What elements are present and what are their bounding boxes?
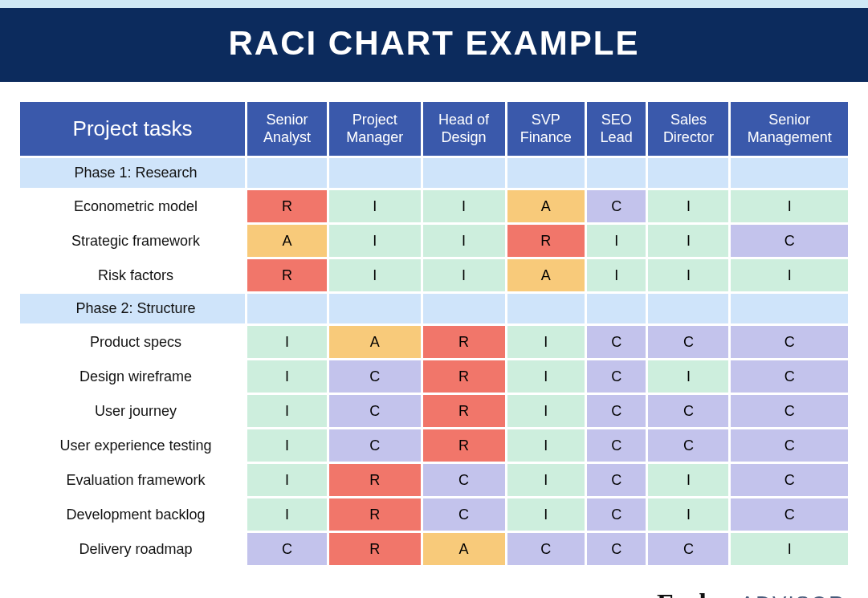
- page-title: RACI CHART EXAMPLE: [0, 8, 868, 82]
- raci-cell: R: [329, 498, 421, 531]
- phase-row: Phase 2: Structure: [20, 294, 848, 323]
- task-row: User experience testingICRICCC: [20, 429, 848, 462]
- raci-cell: [507, 158, 585, 188]
- task-label: Delivery roadmap: [20, 533, 245, 565]
- raci-cell: [247, 158, 327, 188]
- raci-cell: [648, 158, 728, 188]
- col-header-senior-management: Senior Management: [731, 102, 848, 156]
- raci-cell: I: [247, 360, 327, 393]
- task-label: User experience testing: [20, 429, 245, 462]
- raci-cell: R: [423, 326, 505, 358]
- phase-row: Phase 1: Research: [20, 158, 848, 188]
- raci-cell: [329, 294, 421, 323]
- phase-label: Phase 2: Structure: [20, 294, 245, 323]
- raci-cell: I: [247, 429, 327, 462]
- raci-cell: [423, 294, 505, 323]
- raci-cell: [423, 158, 505, 188]
- task-label: Design wireframe: [20, 360, 245, 393]
- raci-cell: I: [648, 190, 728, 222]
- raci-cell: C: [731, 360, 848, 393]
- raci-cell: [247, 294, 327, 323]
- raci-cell: I: [507, 429, 585, 462]
- raci-cell: C: [731, 464, 848, 496]
- task-label: Evaluation framework: [20, 464, 245, 496]
- raci-cell: R: [329, 464, 421, 496]
- header-row: Project tasks Senior Analyst Project Man…: [20, 102, 848, 156]
- raci-cell: C: [587, 533, 646, 565]
- brand-sub: ADVISOR: [740, 592, 846, 598]
- raci-cell: C: [731, 395, 848, 427]
- raci-cell: [587, 294, 646, 323]
- raci-cell: R: [507, 225, 585, 257]
- raci-cell: [731, 158, 848, 188]
- raci-cell: C: [731, 498, 848, 531]
- raci-cell: R: [247, 190, 327, 222]
- raci-cell: I: [731, 190, 848, 222]
- task-row: Delivery roadmapCRACCCI: [20, 533, 848, 565]
- raci-cell: [507, 294, 585, 323]
- raci-cell: A: [507, 190, 585, 222]
- raci-cell: C: [731, 225, 848, 257]
- col-header-senior-analyst: Senior Analyst: [247, 102, 327, 156]
- raci-cell: C: [587, 429, 646, 462]
- raci-cell: I: [587, 259, 646, 291]
- raci-cell: I: [507, 360, 585, 393]
- raci-cell: C: [329, 429, 421, 462]
- raci-cell: C: [731, 326, 848, 358]
- raci-cell: C: [587, 464, 646, 496]
- col-header-sales-director: Sales Director: [648, 102, 728, 156]
- raci-cell: C: [507, 533, 585, 565]
- task-row: Econometric modelRIIACII: [20, 190, 848, 222]
- task-row: Product specsIARICCC: [20, 326, 848, 358]
- raci-cell: C: [587, 190, 646, 222]
- raci-cell: C: [423, 498, 505, 531]
- raci-table: Project tasks Senior Analyst Project Man…: [18, 100, 850, 567]
- raci-cell: I: [648, 225, 728, 257]
- raci-cell: A: [507, 259, 585, 291]
- raci-cell: I: [587, 225, 646, 257]
- raci-cell: C: [731, 429, 848, 462]
- raci-cell: C: [587, 498, 646, 531]
- raci-cell: R: [329, 533, 421, 565]
- col-header-tasks: Project tasks: [20, 102, 245, 156]
- task-label: Risk factors: [20, 259, 245, 291]
- raci-cell: I: [648, 360, 728, 393]
- raci-cell: C: [648, 395, 728, 427]
- raci-cell: I: [648, 464, 728, 496]
- raci-cell: I: [247, 326, 327, 358]
- raci-cell: C: [587, 326, 646, 358]
- task-label: Product specs: [20, 326, 245, 358]
- col-header-head-of-design: Head of Design: [423, 102, 505, 156]
- top-strip: [0, 0, 868, 8]
- raci-cell: I: [247, 395, 327, 427]
- raci-cell: C: [587, 360, 646, 393]
- raci-cell: [329, 158, 421, 188]
- raci-cell: R: [423, 360, 505, 393]
- raci-cell: C: [648, 326, 728, 358]
- raci-cell: A: [423, 533, 505, 565]
- raci-cell: I: [247, 498, 327, 531]
- raci-cell: [731, 294, 848, 323]
- task-row: Strategic frameworkAIIRIIC: [20, 225, 848, 257]
- raci-cell: [648, 294, 728, 323]
- task-label: Strategic framework: [20, 225, 245, 257]
- task-row: Evaluation frameworkIRCICIC: [20, 464, 848, 496]
- raci-cell: C: [329, 395, 421, 427]
- task-label: Econometric model: [20, 190, 245, 222]
- raci-cell: A: [329, 326, 421, 358]
- task-row: Design wireframeICRICIC: [20, 360, 848, 393]
- raci-cell: C: [648, 533, 728, 565]
- raci-cell: I: [329, 190, 421, 222]
- raci-cell: C: [329, 360, 421, 393]
- raci-cell: C: [247, 533, 327, 565]
- raci-cell: I: [731, 533, 848, 565]
- task-label: Development backlog: [20, 498, 245, 531]
- raci-cell: A: [247, 225, 327, 257]
- raci-cell: I: [329, 225, 421, 257]
- raci-cell: I: [247, 464, 327, 496]
- col-header-seo-lead: SEO Lead: [587, 102, 646, 156]
- raci-cell: I: [648, 259, 728, 291]
- raci-cell: C: [423, 464, 505, 496]
- raci-cell: C: [648, 429, 728, 462]
- raci-cell: I: [423, 225, 505, 257]
